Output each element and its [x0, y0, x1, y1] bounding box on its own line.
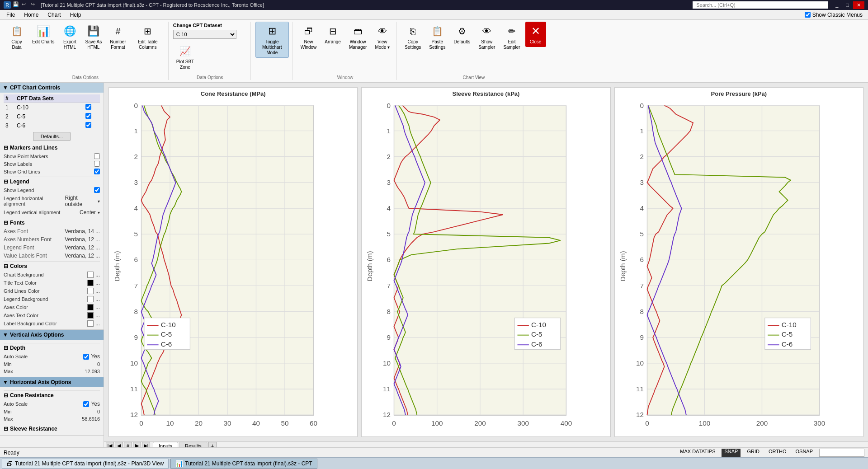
svg-text:1: 1: [640, 127, 643, 135]
tab-nav-prev[interactable]: ◀: [115, 442, 123, 448]
svg-text:100: 100: [431, 419, 443, 427]
legend-font-dots[interactable]: ...: [95, 244, 100, 251]
edit-charts-button[interactable]: 📊 Edit Charts: [29, 22, 57, 47]
arrange-button[interactable]: ⊟ Arrange: [321, 22, 344, 47]
tab-nav-first[interactable]: |◀: [106, 442, 114, 448]
cone-resistance-header: ⊟ Cone Resistance: [4, 390, 100, 400]
new-window-button[interactable]: 🗗 NewWindow: [297, 22, 320, 52]
window-manager-button[interactable]: 🗃 WindowManager: [346, 22, 370, 52]
status-input[interactable]: [819, 449, 864, 457]
axes-color-box[interactable]: [87, 304, 94, 310]
legend-bg-color-box[interactable]: [87, 296, 94, 302]
copy-settings-button[interactable]: ⎘ CopySettings: [401, 22, 424, 52]
view-mode-button[interactable]: 👁 ViewMode ▾: [372, 22, 393, 52]
horizontal-axis-header[interactable]: ▼ Horizontal Axis Options: [0, 377, 104, 387]
dataset-row-1: 1 C-10: [4, 103, 100, 113]
chart-bg-color[interactable]: [87, 272, 94, 278]
close-chart-button[interactable]: ✕ Close: [525, 22, 546, 47]
tab-inputs[interactable]: Inputs: [153, 442, 178, 448]
dataset-check-2[interactable]: [85, 113, 91, 119]
number-format-button[interactable]: # NumberFormat: [107, 22, 129, 52]
menu-help[interactable]: Help: [66, 11, 86, 19]
menu-home[interactable]: Home: [19, 11, 43, 19]
auto-scale-checkbox[interactable]: [83, 354, 89, 360]
quick-access-save[interactable]: 💾: [13, 1, 20, 9]
cpt-dataset-select[interactable]: C-10: [173, 30, 236, 39]
axes-numbers-font-dots[interactable]: ...: [95, 236, 100, 243]
tab-add-button[interactable]: +: [208, 442, 217, 448]
svg-text:Depth (m): Depth (m): [619, 251, 627, 281]
plot-sbt-zone-button[interactable]: 📈 Plot SBTZone: [173, 42, 197, 72]
legend-vertical-dropdown[interactable]: ▾: [98, 210, 100, 215]
chart-bg-value: ...: [87, 272, 100, 278]
title-text-color-box[interactable]: [87, 280, 94, 286]
legend-horizontal-dropdown[interactable]: ▾: [98, 199, 100, 204]
status-snap[interactable]: SNAP: [722, 449, 741, 457]
defaults-button[interactable]: ⚙ Defaults: [450, 22, 473, 47]
value-labels-font-dots[interactable]: ...: [95, 253, 100, 259]
defaults-label: Defaults: [453, 39, 470, 45]
show-labels-checkbox[interactable]: [94, 161, 100, 167]
show-grid-lines-checkbox[interactable]: [94, 169, 100, 174]
show-sampler-button[interactable]: 👁 ShowSampler: [475, 22, 498, 52]
axes-font-dots[interactable]: ...: [95, 228, 100, 234]
pore-pressure-inner: 0 100 200 300 0 1 2 3 4 5 6 7 8: [615, 98, 863, 436]
status-osnap[interactable]: OSNAP: [793, 449, 816, 457]
search-input[interactable]: [693, 1, 828, 9]
vertical-axis-header[interactable]: ▼ Vertical Axis Options: [0, 330, 104, 340]
defaults-panel-button[interactable]: Defaults...: [33, 132, 71, 141]
tab-nav-last[interactable]: ▶|: [142, 442, 150, 448]
paste-settings-button[interactable]: 📋 PasteSettings: [426, 22, 448, 52]
maximize-button[interactable]: □: [842, 1, 853, 9]
chart-bg-dots[interactable]: ...: [95, 272, 100, 278]
grid-lines-color-box[interactable]: [87, 288, 94, 294]
axes-color-dots[interactable]: ...: [95, 304, 100, 310]
tab-nav-next[interactable]: ▶: [133, 442, 141, 448]
status-ortho[interactable]: ORTHO: [766, 449, 789, 457]
svg-text:1: 1: [387, 127, 391, 135]
status-max-datatips[interactable]: MAX DATATIPS: [677, 449, 718, 457]
axes-text-color-dots[interactable]: ...: [95, 312, 100, 319]
grid-lines-color-dots[interactable]: ...: [95, 288, 100, 294]
taskbar: 🗗 Tutorial 21 Multiple CPT data import (…: [0, 457, 868, 469]
cone-auto-scale-checkbox[interactable]: [83, 401, 89, 407]
toggle-multichart-icon: ⊞: [265, 24, 279, 38]
label-bg-color-box[interactable]: [87, 320, 94, 327]
tab-nav-list[interactable]: #: [124, 442, 132, 448]
taskbar-cpt-label: Tutorial 21 Multiple CPT data import (fi…: [185, 460, 312, 467]
axes-color-row: Axes Color ...: [4, 303, 100, 311]
toggle-multichart-button[interactable]: ⊞ ToggleMultichart Mode: [255, 22, 289, 58]
minimize-button[interactable]: _: [832, 1, 842, 9]
taskbar-plan3d-label: Tutorial 21 Multiple CPT data import (fi…: [15, 460, 164, 467]
show-point-markers-checkbox[interactable]: [94, 153, 100, 159]
taskbar-item-plan3d[interactable]: 🗗 Tutorial 21 Multiple CPT data import (…: [2, 459, 169, 469]
quick-access-redo[interactable]: ↪: [31, 1, 38, 9]
svg-text:1: 1: [134, 127, 137, 135]
cpt-controls-header[interactable]: ▼ CPT Chart Controls: [0, 83, 104, 93]
cone-resistance-title: Cone Resistance (MPa): [109, 88, 357, 98]
axes-text-color-box[interactable]: [87, 312, 94, 319]
export-html-button[interactable]: 🌐 ExportHTML: [59, 22, 80, 52]
copy-button[interactable]: 📋 CopyData: [6, 22, 27, 52]
legend-bg-dots[interactable]: ...: [95, 296, 100, 302]
number-format-label: NumberFormat: [110, 39, 126, 50]
number-format-icon: #: [111, 24, 125, 38]
cone-auto-scale-value: Yes: [83, 401, 100, 407]
show-sampler-label: ShowSampler: [478, 39, 495, 50]
show-legend-checkbox[interactable]: [94, 187, 100, 193]
taskbar-item-cpt[interactable]: 📊 Tutorial 21 Multiple CPT data import (…: [170, 459, 317, 469]
label-bg-color-dots[interactable]: ...: [95, 320, 100, 327]
menu-chart[interactable]: Chart: [43, 11, 65, 19]
show-classic-menus-checkbox[interactable]: [805, 12, 811, 18]
quick-access-undo[interactable]: ↩: [22, 1, 29, 9]
dataset-check-1[interactable]: [85, 104, 91, 110]
dataset-check-3[interactable]: [85, 122, 91, 128]
edit-table-columns-button[interactable]: ⊞ Edit Table Columns: [131, 22, 165, 52]
status-grid[interactable]: GRID: [744, 449, 762, 457]
title-text-color-dots[interactable]: ...: [95, 280, 100, 286]
edit-sampler-button[interactable]: ✏ EditSampler: [500, 22, 523, 52]
tab-results[interactable]: Results: [179, 442, 208, 447]
menu-file[interactable]: File: [2, 11, 19, 19]
close-button[interactable]: ✕: [853, 1, 864, 9]
save-as-html-button[interactable]: 💾 Save AsHTML: [82, 22, 105, 52]
